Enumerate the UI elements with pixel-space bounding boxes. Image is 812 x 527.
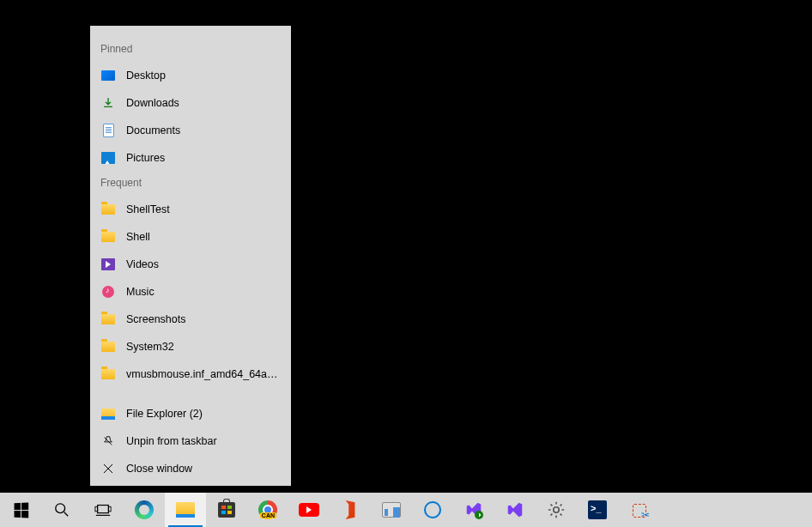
frequent-item-label: Music [126,286,155,298]
pinned-item-label: Pictures [126,152,165,164]
powershell-icon [587,500,608,520]
frequent-item-label: Shell [126,231,150,243]
file-explorer-jumplist: Pinned Desktop Downloads Documents Pictu… [90,26,291,486]
taskbar-microsoft-store[interactable] [206,493,247,527]
taskbar: CAN [0,493,812,527]
frequent-item-label: vmusbmouse.inf_amd64_64ac7a0a... [126,368,281,380]
frequent-item-label: ShellTest [126,203,170,215]
frequent-item-videos[interactable]: Videos [90,251,291,278]
close-icon [100,461,116,476]
pictures-icon [100,150,116,166]
frequent-item-shelltest[interactable]: ShellTest [90,196,291,223]
video-icon [100,257,116,272]
pinned-item-documents[interactable]: Documents [90,117,291,144]
taskbar-file-explorer[interactable] [165,493,206,527]
jumplist-app-item[interactable]: File Explorer (2) [90,400,291,427]
steps-recorder-icon [381,500,402,520]
taskbar-office[interactable] [330,493,371,527]
unpin-label: Unpin from taskbar [126,435,217,447]
pinned-item-downloads[interactable]: Downloads [90,89,291,117]
svg-point-4 [554,507,559,512]
folder-icon [100,366,116,382]
folder-icon [100,202,116,217]
pinned-item-desktop[interactable]: Desktop [90,62,291,89]
taskbar-steps-recorder[interactable] [371,493,412,527]
taskbar-powershell[interactable] [577,493,618,527]
frequent-item-system32[interactable]: System32 [90,333,291,360]
search-button[interactable] [41,493,82,527]
frequent-section-header: Frequent [90,172,291,196]
visual-studio-icon [506,500,524,519]
office-icon [340,500,361,520]
snipping-tool-icon [628,500,649,520]
task-view-button[interactable] [82,493,124,527]
close-window-item[interactable]: Close window [90,455,291,482]
folder-icon [100,229,116,245]
taskbar-visual-studio-preview[interactable] [453,493,494,527]
youtube-icon [299,500,319,520]
svg-rect-1 [98,506,109,513]
chrome-canary-icon: CAN [258,500,278,520]
pinned-item-label: Documents [126,124,180,136]
svg-point-0 [56,504,65,513]
gear-icon [546,500,567,520]
visual-studio-preview-icon [464,500,483,519]
store-icon [216,500,237,520]
frequent-item-vmusbmouse[interactable]: vmusbmouse.inf_amd64_64ac7a0a... [90,360,291,388]
task-view-icon [93,500,113,520]
edge-icon [134,500,155,520]
taskbar-edge[interactable] [124,493,165,527]
windows-logo-icon [10,500,31,520]
taskbar-settings[interactable] [536,493,577,527]
music-icon [100,284,116,300]
frequent-item-label: Screenshots [126,313,185,325]
taskbar-snipping-tool[interactable] [618,493,659,527]
unpin-icon [100,433,116,449]
download-icon [100,95,116,111]
file-explorer-icon [100,406,116,421]
document-icon [100,123,116,138]
folder-icon [100,312,116,327]
folder-icon [100,339,116,354]
frequent-item-shell[interactable]: Shell [90,223,291,251]
file-explorer-icon [175,500,196,520]
pinned-item-label: Desktop [126,70,166,82]
separator [90,388,291,400]
jumplist-app-label: File Explorer (2) [126,408,203,420]
desktop-icon [100,68,116,83]
taskbar-chrome-canary[interactable]: CAN [247,493,288,527]
taskbar-visual-studio[interactable] [494,493,536,527]
close-label: Close window [126,463,192,475]
svg-rect-3 [108,506,111,511]
frequent-item-screenshots[interactable]: Screenshots [90,306,291,333]
pinned-section-header: Pinned [90,38,291,62]
frequent-item-label: Videos [126,258,159,270]
start-button[interactable] [0,493,41,527]
pinned-item-pictures[interactable]: Pictures [90,144,291,172]
taskbar-youtube[interactable] [288,493,330,527]
unpin-from-taskbar-item[interactable]: Unpin from taskbar [90,427,291,455]
pinned-item-label: Downloads [126,97,179,109]
svg-rect-2 [95,506,98,511]
frequent-item-music[interactable]: Music [90,278,291,306]
search-icon [52,500,72,520]
taskbar-cortana[interactable] [412,493,453,527]
frequent-item-label: System32 [126,341,174,353]
cortana-icon [422,500,443,520]
